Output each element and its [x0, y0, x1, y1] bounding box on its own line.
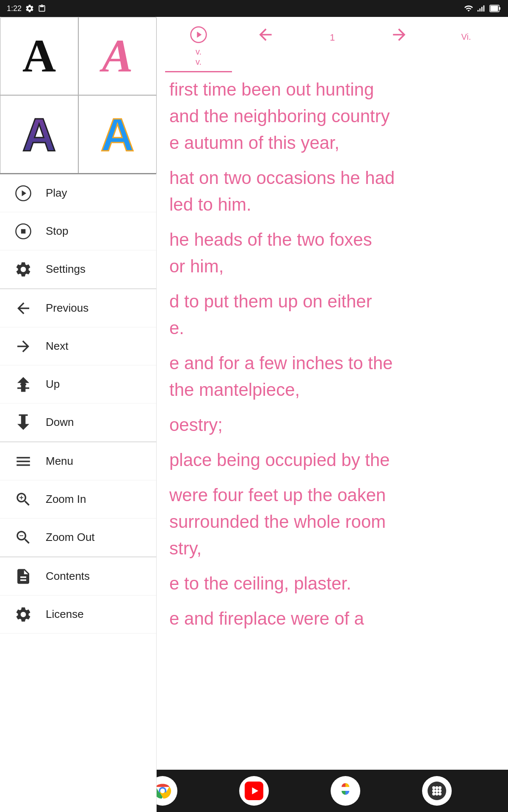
play-icon	[13, 183, 34, 204]
svg-point-18	[439, 786, 442, 789]
google-photos-app-icon[interactable]	[331, 776, 360, 806]
battery-icon	[489, 4, 501, 13]
reading-content[interactable]: first time been out huntingand the neigh…	[157, 68, 508, 812]
menu-item-zoom-out[interactable]: Zoom Out	[0, 518, 156, 557]
main-layout: A A A A Play	[0, 17, 508, 812]
font-option-serif-pink[interactable]: A	[78, 17, 157, 95]
nav-back-button[interactable]	[232, 21, 299, 44]
nav-back-icon	[256, 25, 275, 44]
svg-point-23	[435, 793, 438, 796]
svg-point-12	[160, 789, 165, 793]
menu-items-list: Play Stop Settings	[0, 174, 156, 812]
svg-rect-6	[21, 229, 26, 233]
stop-icon	[13, 221, 34, 242]
status-bar-right	[464, 4, 501, 13]
nav-forward-button[interactable]	[366, 21, 433, 44]
status-bar: 1:22	[0, 0, 508, 17]
down-label: Down	[46, 416, 74, 429]
settings-status-icon	[25, 4, 34, 13]
reading-text-body: first time been out huntingand the neigh…	[169, 76, 495, 632]
font-option-sans-purple[interactable]: A	[0, 95, 78, 173]
reading-paragraph-3: he heads of the two foxesor him,	[169, 226, 495, 280]
contents-label: Contents	[46, 570, 90, 583]
nav-page-number: 1	[299, 21, 366, 43]
reading-paragraph-5: e and for a few inches to thethe mantelp…	[169, 350, 495, 403]
next-label: Next	[46, 340, 68, 353]
content-area: v.v. 1 Vi.	[157, 17, 508, 812]
up-label: Up	[46, 378, 60, 391]
font-letter-sans-blue: A	[101, 107, 134, 161]
reading-paragraph-1: first time been out huntingand the neigh…	[169, 76, 495, 156]
app-drawer-icon[interactable]	[422, 776, 452, 806]
youtube-app-icon[interactable]	[239, 776, 269, 806]
settings-label: Settings	[46, 263, 86, 276]
contents-icon	[13, 566, 34, 587]
stop-label: Stop	[46, 225, 69, 238]
settings-icon	[13, 259, 34, 280]
nav-play-button[interactable]: v.v.	[165, 21, 232, 72]
menu-item-contents[interactable]: Contents	[0, 557, 156, 595]
menu-item-down[interactable]: Down	[0, 403, 156, 442]
svg-point-21	[439, 789, 442, 792]
menu-item-next[interactable]: Next	[0, 327, 156, 365]
svg-marker-4	[22, 190, 27, 196]
nav-play-label: v.v.	[196, 47, 202, 67]
license-label: License	[46, 608, 84, 621]
font-picker-grid: A A A A	[0, 17, 156, 174]
top-navigation: v.v. 1 Vi.	[157, 17, 508, 68]
previous-label: Previous	[46, 302, 88, 315]
up-icon	[13, 374, 34, 395]
reading-paragraph-2: hat on two occasions he hadled to him.	[169, 165, 495, 218]
previous-icon	[13, 298, 34, 319]
menu-item-menu[interactable]: Menu	[0, 442, 156, 480]
menu-item-license[interactable]: License	[0, 595, 156, 634]
menu-item-zoom-in[interactable]: Zoom In	[0, 480, 156, 518]
menu-item-previous[interactable]: Previous	[0, 289, 156, 327]
reading-paragraph-6: oestry;	[169, 411, 495, 438]
page-number: 1	[330, 25, 335, 43]
signal-icon	[477, 4, 486, 13]
svg-point-20	[435, 789, 438, 792]
nav-play-icon	[189, 25, 208, 44]
font-letter-sans-purple: A	[22, 107, 56, 161]
reading-paragraph-4: d to put them up on eithere.	[169, 288, 495, 341]
menu-item-stop[interactable]: Stop	[0, 212, 156, 250]
zoom-out-icon	[13, 527, 34, 548]
play-label: Play	[46, 187, 67, 200]
reading-paragraph-8: were four feet up the oakensurrounded th…	[169, 482, 495, 562]
reading-paragraph-9: e to the ceiling, plaster.	[169, 570, 495, 597]
sidebar: A A A A Play	[0, 17, 157, 812]
license-icon	[13, 604, 34, 625]
clipboard-status-icon	[38, 4, 46, 13]
nav-forward-icon	[390, 25, 409, 44]
zoom-out-label: Zoom Out	[46, 531, 95, 544]
zoom-in-label: Zoom In	[46, 493, 86, 506]
svg-point-17	[435, 786, 438, 789]
chapter-label: Vi.	[461, 25, 471, 42]
menu-item-up[interactable]: Up	[0, 365, 156, 403]
font-letter-serif-black: A	[22, 29, 56, 83]
time-display: 1:22	[7, 4, 22, 13]
svg-point-19	[432, 789, 435, 792]
down-icon	[13, 412, 34, 433]
svg-rect-1	[491, 6, 498, 11]
menu-item-settings[interactable]: Settings	[0, 250, 156, 288]
font-option-sans-blue[interactable]: A	[78, 95, 157, 173]
reading-paragraph-10: e and fireplace were of a	[169, 605, 495, 632]
next-icon	[13, 336, 34, 357]
svg-point-24	[439, 793, 442, 796]
wifi-icon	[464, 4, 473, 13]
menu-item-play[interactable]: Play	[0, 174, 156, 212]
svg-marker-10	[197, 32, 202, 38]
menu-label: Menu	[46, 455, 73, 468]
zoom-in-icon	[13, 489, 34, 510]
font-letter-serif-pink: A	[102, 29, 133, 83]
font-option-serif-black[interactable]: A	[0, 17, 78, 95]
menu-icon	[13, 451, 34, 472]
nav-chapter-label: Vi.	[433, 21, 500, 42]
svg-point-16	[432, 786, 435, 789]
svg-point-22	[432, 793, 435, 796]
svg-rect-2	[499, 7, 500, 10]
reading-paragraph-7: place being occupied by the	[169, 447, 495, 473]
status-bar-left: 1:22	[7, 4, 46, 13]
